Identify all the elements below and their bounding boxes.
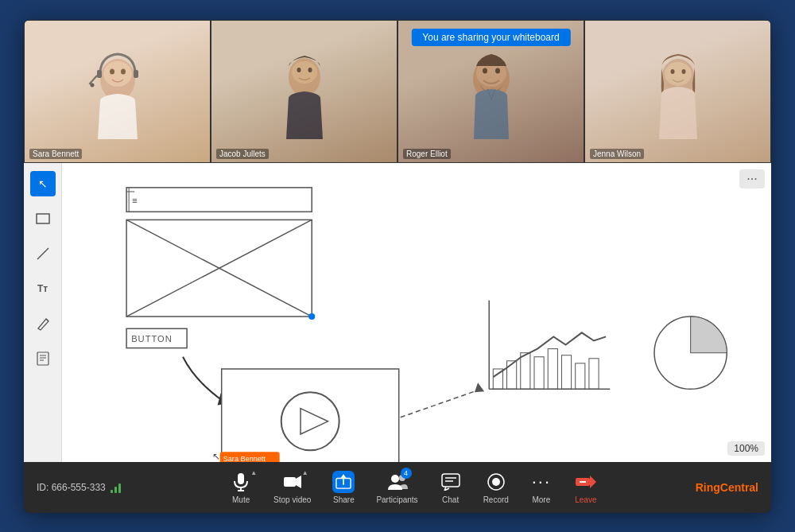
svg-marker-76 — [590, 476, 596, 488]
tool-document[interactable] — [30, 346, 56, 371]
svg-rect-4 — [97, 70, 102, 78]
chat-button[interactable]: Chat — [431, 468, 471, 507]
mic-icon: ▲ — [230, 471, 252, 493]
svg-line-20 — [37, 248, 48, 259]
svg-rect-19 — [37, 214, 49, 223]
left-toolbar: ↖ Tт — [24, 163, 62, 462]
participant-label-roger: Roger Elliot — [403, 149, 451, 159]
video-tile-sara: Sara Bennett — [24, 20, 211, 163]
chat-label: Chat — [442, 495, 459, 504]
leave-label: Leave — [575, 495, 596, 504]
tool-pen[interactable] — [30, 311, 56, 336]
svg-marker-46 — [475, 382, 484, 392]
participant-label-jenna: Jenna Wilson — [590, 149, 644, 159]
record-label: Record — [483, 495, 509, 504]
brand-logo: RingCentral — [663, 481, 758, 494]
zoom-indicator: 100% — [727, 441, 765, 456]
svg-point-17 — [670, 69, 674, 74]
svg-rect-56 — [589, 358, 599, 389]
svg-marker-65 — [296, 476, 301, 488]
more-button[interactable]: ··· More — [522, 468, 561, 507]
svg-point-13 — [483, 68, 487, 73]
svg-point-68 — [391, 475, 399, 483]
tool-rectangle[interactable] — [30, 206, 56, 231]
tool-select[interactable]: ↖ — [30, 171, 56, 196]
share-button[interactable]: Share — [324, 468, 363, 507]
tool-line[interactable] — [30, 241, 56, 266]
meeting-id-area: ID: 666-555-333 — [37, 482, 164, 493]
svg-rect-52 — [534, 356, 544, 389]
svg-rect-53 — [548, 348, 557, 389]
participant-label-sara: Sara Bennett — [29, 149, 82, 159]
participants-button[interactable]: 4 Participants — [368, 468, 425, 507]
signal-icon — [111, 482, 121, 493]
meeting-id-text: ID: 666-555-333 — [37, 482, 106, 493]
svg-point-9 — [297, 68, 301, 72]
svg-line-21 — [46, 319, 48, 321]
svg-point-18 — [681, 69, 685, 74]
leave-button[interactable]: Leave — [566, 468, 606, 507]
svg-point-74 — [492, 478, 500, 486]
controls-center: ▲ Mute ▲ Stop video — [164, 468, 663, 507]
svg-rect-64 — [284, 477, 296, 487]
share-label: Share — [333, 495, 355, 504]
svg-text:↖: ↖ — [212, 451, 220, 462]
chat-icon — [440, 471, 462, 493]
app-window: Sara Bennett Jacob Jullets You are s — [24, 20, 771, 513]
share-icon — [332, 471, 355, 493]
video-tile-roger: You are sharing your whiteboard — [398, 20, 584, 163]
video-tile-jenna: Jenna Wilson — [584, 20, 771, 163]
mute-button[interactable]: ▲ Mute — [221, 468, 261, 507]
svg-line-45 — [401, 389, 481, 417]
svg-point-1 — [103, 61, 132, 87]
brand-name: RingCentral — [696, 481, 758, 494]
video-strip: Sara Bennett Jacob Jullets You are s — [24, 20, 771, 163]
record-button[interactable]: Record — [475, 468, 517, 507]
more-options-button[interactable]: ··· — [739, 169, 765, 188]
participant-label-jacob: Jacob Jullets — [216, 149, 269, 159]
svg-text:≡: ≡ — [132, 196, 138, 205]
main-area: ↖ Tт ··· 100% — [24, 163, 771, 462]
svg-point-2 — [110, 68, 114, 74]
sharing-banner: You are sharing your whiteboard — [411, 29, 570, 46]
more-dots-icon: ··· — [747, 172, 757, 186]
whiteboard-canvas[interactable]: ≡ Roger Elliot BUTTON — [62, 163, 771, 462]
svg-rect-61 — [238, 473, 244, 484]
svg-point-6 — [90, 83, 94, 87]
svg-rect-5 — [134, 70, 138, 78]
whiteboard[interactable]: ··· 100% ≡ Roger Elliot — [62, 163, 771, 462]
svg-rect-22 — [37, 352, 48, 365]
stop-video-label: Stop video — [273, 495, 311, 504]
svg-rect-51 — [521, 352, 530, 389]
tool-text[interactable]: Tт — [30, 276, 56, 301]
svg-rect-26 — [126, 187, 312, 211]
svg-point-14 — [495, 68, 500, 73]
stop-video-button[interactable]: ▲ Stop video — [266, 468, 319, 507]
mute-label: Mute — [232, 495, 250, 504]
record-icon — [485, 471, 507, 493]
participants-label: Participants — [376, 495, 417, 504]
svg-point-3 — [121, 68, 126, 74]
svg-text:BUTTON: BUTTON — [131, 334, 173, 344]
svg-point-40 — [281, 392, 339, 450]
leave-icon — [575, 471, 597, 493]
svg-point-10 — [308, 68, 312, 72]
more-icon: ··· — [530, 471, 553, 493]
participants-badge: 4 — [401, 468, 412, 479]
svg-rect-70 — [442, 474, 460, 487]
video-icon: ▲ — [281, 471, 304, 493]
participants-icon: 4 — [386, 471, 409, 493]
bottom-bar: ID: 666-555-333 ▲ — [24, 462, 771, 513]
svg-rect-50 — [507, 360, 517, 388]
svg-rect-55 — [576, 363, 585, 388]
video-tile-jacob: Jacob Jullets — [211, 20, 398, 163]
svg-rect-54 — [561, 355, 571, 389]
svg-text:Sara Bennett: Sara Bennett — [223, 454, 266, 461]
more-label: More — [532, 495, 550, 504]
svg-point-33 — [308, 313, 315, 320]
